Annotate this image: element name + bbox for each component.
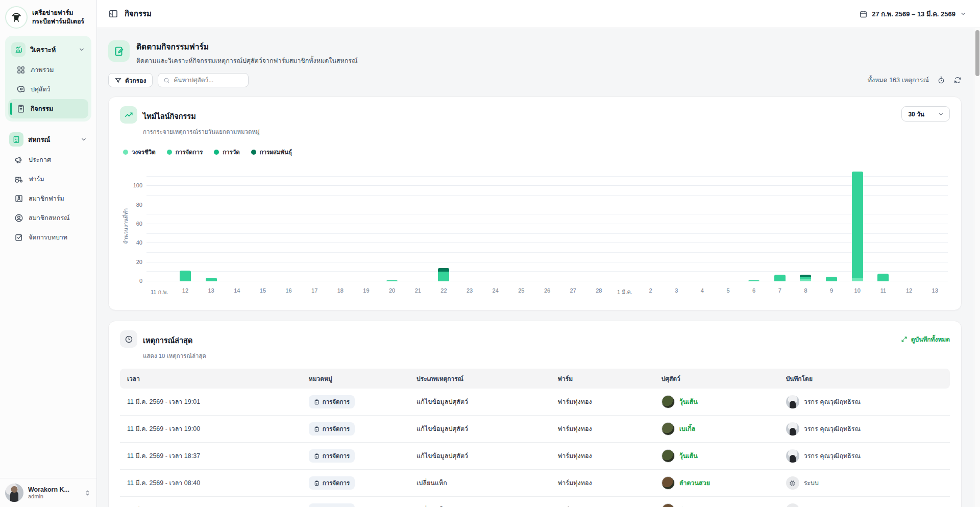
bar-13[interactable]	[206, 278, 217, 281]
bar-segment-การจัดการ	[774, 275, 786, 281]
bar-20[interactable]	[386, 280, 398, 281]
content-scroll-area[interactable]: ติดตามกิจกรรมฟาร์ม ติดตามและวิเคราะห์กิจ…	[97, 28, 980, 507]
bar-8[interactable]	[800, 275, 811, 281]
y-tick-label: 80	[136, 202, 142, 208]
filter-button[interactable]: ตัวกรอง	[108, 73, 153, 87]
chevron-down-icon	[960, 10, 967, 17]
refresh-icon[interactable]	[953, 76, 962, 84]
search-input[interactable]	[174, 77, 243, 84]
user-avatar	[5, 484, 23, 502]
cell-time: 11 มี.ค. 2569 - เวลา 08:40	[120, 470, 303, 497]
recorder-avatar	[786, 449, 799, 463]
cell-event-type: เปลี่ยนแท็ก	[410, 497, 551, 507]
user-menu[interactable]: Worakorn K... admin	[0, 478, 96, 507]
animal-name-link[interactable]: ลำดวนสวย	[679, 505, 710, 507]
events-subtitle: แสดง 10 เหตุการณ์ล่าสุด	[143, 351, 206, 360]
table-row[interactable]: 11 มี.ค. 2569 - เวลา 08:40การจัดการเปลี่…	[120, 470, 950, 497]
x-tick-label: 12	[182, 287, 188, 294]
cell-recorded-by: ระบบ	[780, 470, 950, 497]
chevrons-up-down-icon	[84, 489, 91, 497]
view-all-link[interactable]: ดูบันทึกทั้งหมด	[901, 330, 950, 344]
sidebar-item-label: สมาชิกสหกรณ์	[29, 213, 70, 223]
stopwatch-icon[interactable]	[937, 76, 945, 84]
x-tick-label: 25	[518, 287, 524, 294]
gridline: 60	[146, 224, 948, 224]
y-tick-label: 100	[133, 182, 142, 188]
timeline-chart-card: ไทม์ไลน์กิจกรรม การกระจายเหตุการณ์รายวัน…	[108, 96, 962, 310]
animal-name-link[interactable]: วุ้นเส้น	[679, 397, 698, 407]
table-row[interactable]: 11 มี.ค. 2569 - เวลา 00:14การจัดการเปลี่…	[120, 497, 950, 507]
sidebar-item-ฟาร์ม[interactable]: ฟาร์ม	[6, 170, 90, 189]
bar-segment-การจัดการ	[386, 280, 398, 281]
nav-group-analytics: วิเคราะห์ ภาพรวมปศุสัตว์กิจกรรม	[5, 36, 91, 122]
sidebar-item-ประกาศ[interactable]: ประกาศ	[6, 150, 90, 170]
cpu-icon	[786, 503, 799, 507]
search-box[interactable]	[158, 73, 249, 87]
total-events-label: ทั้งหมด 163 เหตุการณ์	[868, 75, 929, 85]
table-row[interactable]: 11 มี.ค. 2569 - เวลา 19:00การจัดการแก้ไข…	[120, 416, 950, 443]
category-badge: การจัดการ	[309, 449, 355, 463]
x-tick-label: 12	[906, 287, 912, 294]
cell-event-type: เปลี่ยนแท็ก	[410, 470, 551, 497]
sidebar-toggle-icon[interactable]	[108, 9, 118, 19]
sidebar-item-กิจกรรม[interactable]: กิจกรรม	[8, 99, 88, 118]
legend-item: การผสมพันธุ์	[251, 148, 292, 157]
sidebar-item-ภาพรวม[interactable]: ภาพรวม	[8, 60, 88, 80]
x-tick-label: 5	[726, 287, 729, 294]
x-tick-label: 22	[440, 287, 447, 294]
animal-name-link[interactable]: วุ้นเส้น	[679, 451, 698, 461]
sidebar-item-สมาชิกสหกรณ์[interactable]: สมาชิกสหกรณ์	[6, 208, 90, 228]
column-header: เวลา	[120, 369, 303, 389]
category-badge: การจัดการ	[309, 422, 355, 436]
bar-9[interactable]	[826, 277, 837, 281]
nav-group-label: สหกรณ์	[28, 134, 76, 145]
nav-group-coop: สหกรณ์ ประกาศฟาร์มสมาชิกฟาร์มสมาชิกสหกรณ…	[5, 129, 91, 247]
x-tick-label: 13	[208, 287, 214, 294]
sidebar-item-ปศุสัตว์[interactable]: ปศุสัตว์	[8, 80, 88, 99]
x-tick-label: 3	[675, 287, 678, 294]
animal-avatar	[662, 395, 675, 408]
bar-12[interactable]	[180, 271, 191, 281]
cell-category: การจัดการ	[303, 497, 410, 507]
nav-group-analytics-header[interactable]: วิเคราะห์	[8, 39, 88, 60]
main-area: กิจกรรม 27 ก.พ. 2569 – 13 มี.ค. 2569 ติด…	[97, 0, 980, 507]
scrollbar-thumb[interactable]	[975, 30, 979, 76]
sidebar: เครือข่ายฟาร์ม กระบือฟาร์มมิเตอร์ วิเครา…	[0, 0, 97, 507]
bar-6[interactable]	[748, 280, 760, 281]
analytics-chart-icon	[11, 42, 26, 57]
gridline	[146, 195, 948, 196]
table-row[interactable]: 11 มี.ค. 2569 - เวลา 19:01การจัดการแก้ไข…	[120, 389, 950, 416]
bar-7[interactable]	[774, 275, 786, 281]
cell-farm: ฟาร์มทุ่งทอง	[552, 497, 655, 507]
sidebar-item-จัดการบทบาท[interactable]: จัดการบทบาท	[6, 228, 90, 247]
vertical-scrollbar[interactable]	[974, 28, 980, 507]
cell-farm: ฟาร์มทุ่งทอง	[552, 389, 655, 416]
legend-dot	[214, 150, 219, 155]
bar-segment-วงจรชีวิต	[800, 279, 811, 281]
table-row[interactable]: 11 มี.ค. 2569 - เวลา 18:37การจัดการแก้ไข…	[120, 443, 950, 470]
animal-name-link[interactable]: เบเกิ้ล	[679, 424, 696, 434]
x-tick-label: 28	[596, 287, 602, 294]
gridline	[146, 271, 948, 272]
id-card-icon	[14, 194, 23, 203]
chart-range-select[interactable]: 30 วัน	[901, 106, 950, 122]
tractor-icon	[14, 175, 23, 184]
x-tick-label: 18	[337, 287, 344, 294]
date-range-picker[interactable]: 27 ก.พ. 2569 – 13 มี.ค. 2569	[859, 9, 967, 19]
sidebar-item-label: กิจกรรม	[31, 104, 53, 114]
chevron-down-icon	[80, 136, 87, 143]
bar-segment-การจัดการ	[826, 277, 837, 281]
bar-segment-การจัดการ	[206, 278, 217, 281]
nav-group-coop-header[interactable]: สหกรณ์	[6, 129, 90, 150]
search-icon	[163, 77, 170, 84]
chevron-down-icon	[78, 46, 85, 53]
column-header: ฟาร์ม	[552, 369, 655, 389]
bar-11[interactable]	[877, 274, 889, 281]
legend-dot	[167, 150, 172, 155]
x-tick-label: 1 มี.ค.	[617, 287, 632, 297]
sidebar-item-สมาชิกฟาร์ม[interactable]: สมาชิกฟาร์ม	[6, 189, 90, 208]
animal-name-link[interactable]: ลำดวนสวย	[679, 478, 710, 488]
bar-22[interactable]	[438, 268, 449, 281]
bar-10[interactable]	[852, 172, 863, 281]
cell-event-type: แก้ไขข้อมูลปศุสัตว์	[410, 443, 551, 470]
